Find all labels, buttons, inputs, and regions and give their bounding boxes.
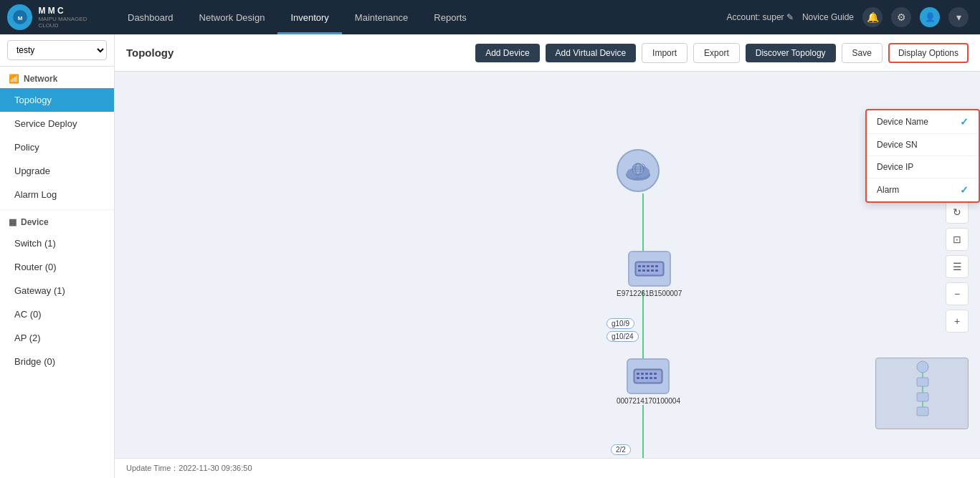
svg-rect-27: [635, 371, 661, 382]
svg-rect-32: [654, 373, 657, 375]
switch-icon: [628, 251, 671, 287]
fit-screen-button[interactable]: ⊡: [946, 228, 969, 251]
svg-rect-30: [645, 373, 648, 375]
logo-icon: M: [7, 4, 32, 30]
nav-right: Account: super ✎ Novice Guide 🔔 ⚙ 👤 ▾: [727, 7, 980, 27]
switch-label: E9712261B1500007: [617, 290, 682, 297]
sidebar-item-service-deploy[interactable]: Service Deploy: [0, 112, 114, 135]
svg-rect-19: [651, 265, 654, 267]
sidebar-item-alarm-log[interactable]: Alarm Log: [0, 183, 114, 206]
add-device-button[interactable]: Add Device: [475, 44, 539, 62]
sidebar-item-gateway[interactable]: Gateway (1): [0, 279, 114, 302]
nav-items: Dashboard Network Design Inventory Maint…: [115, 0, 727, 34]
svg-rect-20: [655, 265, 658, 267]
svg-rect-23: [647, 269, 650, 272]
svg-rect-36: [650, 377, 652, 379]
svg-rect-48: [917, 407, 928, 416]
export-button[interactable]: Export: [693, 43, 740, 63]
notification-icon[interactable]: 🔔: [862, 7, 883, 27]
svg-rect-28: [637, 373, 639, 375]
mini-map: [875, 358, 969, 429]
port-label-g10-24: g10/24: [606, 331, 639, 342]
toolbar: Topology Add Device Add Virtual Device I…: [115, 34, 980, 72]
update-time: Update Time：2022-11-30 09:36:50: [126, 463, 252, 474]
svg-point-45: [917, 361, 928, 373]
alarm-check: ✓: [960, 184, 969, 196]
svg-rect-29: [641, 373, 644, 375]
nav-network-design[interactable]: Network Design: [186, 0, 278, 34]
right-controls: ↻ ⊡ ☰ − +: [946, 201, 969, 333]
topology-canvas: E9712261B1500007 g10/9 g10/24: [115, 72, 980, 458]
svg-rect-34: [641, 377, 644, 379]
main-layout: testy 📶 Network Topology Service Deploy …: [0, 34, 980, 478]
port-label-2-2: 2/2: [611, 444, 631, 455]
cloud-icon: [617, 149, 660, 192]
topology-connections: [115, 72, 980, 458]
network-select[interactable]: testy: [7, 40, 107, 60]
logo-area: M M M C MAIPU MANAGED CLOUD: [0, 0, 115, 34]
svg-rect-37: [654, 377, 657, 379]
display-options-panel: Device Name ✓ Device SN Device IP Alarm …: [865, 109, 980, 203]
svg-rect-17: [642, 265, 645, 267]
gateway-node[interactable]: 0007214170100004: [617, 358, 680, 405]
sidebar-item-policy[interactable]: Policy: [0, 135, 114, 159]
nav-inventory[interactable]: Inventory: [277, 0, 341, 34]
sidebar-item-ap[interactable]: AP (2): [0, 326, 114, 350]
zoom-in-button[interactable]: +: [946, 310, 969, 333]
gateway-label: 0007214170100004: [617, 397, 680, 405]
display-opt-device-ip[interactable]: Device IP: [867, 156, 979, 178]
wifi-icon: 📶: [9, 74, 19, 84]
cloud-node[interactable]: [617, 149, 660, 192]
add-virtual-device-button[interactable]: Add Virtual Device: [546, 44, 637, 62]
svg-text:M: M: [17, 15, 22, 21]
svg-rect-47: [917, 393, 928, 401]
svg-rect-31: [650, 373, 652, 375]
network-section-title: 📶 Network: [0, 67, 114, 88]
port-label-g10-9: g10/9: [606, 318, 634, 329]
novice-guide-link[interactable]: Novice Guide: [802, 12, 854, 22]
sidebar-item-upgrade[interactable]: Upgrade: [0, 159, 114, 183]
top-navigation: M M M C MAIPU MANAGED CLOUD Dashboard Ne…: [0, 0, 980, 34]
account-info[interactable]: Account: super ✎: [727, 12, 794, 22]
nav-reports[interactable]: Reports: [421, 0, 480, 34]
zoom-out-button[interactable]: −: [946, 282, 969, 305]
display-opt-device-name[interactable]: Device Name ✓: [867, 110, 979, 134]
display-opt-alarm[interactable]: Alarm ✓: [867, 178, 979, 201]
svg-rect-16: [638, 265, 641, 267]
switch-node[interactable]: E9712261B1500007: [617, 251, 682, 297]
discover-topology-button[interactable]: Discover Topology: [746, 44, 836, 62]
gateway-icon: [627, 358, 670, 394]
svg-rect-35: [645, 377, 648, 379]
svg-rect-33: [637, 377, 639, 379]
content-area: Topology Add Device Add Virtual Device I…: [115, 34, 980, 478]
settings-icon[interactable]: ⚙: [891, 7, 911, 27]
nav-dashboard[interactable]: Dashboard: [115, 0, 186, 34]
sidebar-item-bridge[interactable]: Bridge (0): [0, 350, 114, 373]
svg-rect-15: [637, 263, 662, 274]
sidebar: testy 📶 Network Topology Service Deploy …: [0, 34, 115, 478]
device-icon: ▦: [9, 217, 16, 227]
svg-rect-46: [917, 378, 928, 386]
avatar[interactable]: 👤: [920, 7, 940, 27]
sidebar-item-router[interactable]: Router (0): [0, 255, 114, 279]
display-opt-device-sn[interactable]: Device SN: [867, 134, 979, 156]
sidebar-item-switch[interactable]: Switch (1): [0, 231, 114, 255]
page-title: Topology: [126, 47, 470, 59]
svg-rect-24: [651, 269, 654, 272]
sidebar-item-topology[interactable]: Topology: [0, 88, 114, 112]
logo-text: M M C MAIPU MANAGED CLOUD: [38, 6, 108, 29]
svg-rect-25: [655, 269, 658, 272]
list-view-button[interactable]: ☰: [946, 255, 969, 278]
display-options-button[interactable]: Display Options: [888, 43, 969, 63]
account-dropdown-icon[interactable]: ▾: [948, 7, 969, 27]
import-button[interactable]: Import: [642, 43, 688, 63]
svg-rect-18: [647, 265, 650, 267]
save-button[interactable]: Save: [842, 43, 883, 63]
device-section-title: ▦ Device: [0, 209, 114, 231]
svg-rect-21: [638, 269, 641, 272]
network-dropdown[interactable]: testy: [0, 34, 114, 67]
nav-maintenance[interactable]: Maintenance: [342, 0, 421, 34]
device-name-check: ✓: [960, 116, 969, 128]
refresh-button[interactable]: ↻: [946, 201, 969, 224]
sidebar-item-ac[interactable]: AC (0): [0, 302, 114, 326]
